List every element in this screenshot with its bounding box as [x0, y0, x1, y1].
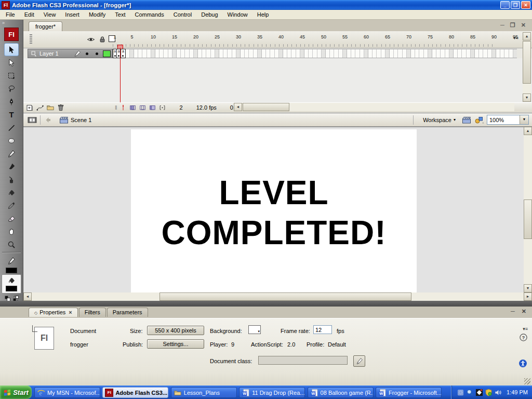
pencil-tool[interactable]: [4, 147, 19, 160]
menu-modify[interactable]: Modify: [84, 10, 110, 19]
stage[interactable]: LEVEL COMPLETED!: [131, 129, 417, 292]
insert-layer-button[interactable]: [25, 103, 34, 112]
layer-outline-color[interactable]: [103, 50, 111, 57]
scroll-right-arrow[interactable]: ►: [524, 292, 532, 301]
accessibility-icon[interactable]: [518, 359, 527, 368]
edit-scene-button[interactable]: [462, 116, 471, 124]
delete-layer-button[interactable]: [57, 103, 65, 112]
fill-color-icon[interactable]: [4, 276, 19, 285]
menu-window[interactable]: Window: [223, 10, 252, 19]
volume-icon[interactable]: [494, 389, 502, 396]
scroll-left-arrow[interactable]: ◄: [234, 103, 242, 111]
menu-insert[interactable]: Insert: [60, 10, 84, 19]
workspace-button[interactable]: Workspace ▾: [420, 116, 459, 124]
layer-visibility-dot[interactable]: [86, 52, 88, 55]
add-motion-guide-button[interactable]: [36, 103, 44, 112]
insert-layer-folder-button[interactable]: [46, 103, 55, 112]
fill-color-swatch[interactable]: ▾: [6, 286, 17, 291]
lasso-tool[interactable]: [4, 82, 19, 95]
taskbar-button[interactable]: W11 Drag Drop (Rea...: [239, 387, 305, 398]
menu-debug[interactable]: Debug: [196, 10, 222, 19]
document-tab[interactable]: frogger*: [29, 21, 62, 32]
back-arrow-icon[interactable]: [44, 116, 52, 124]
oval-tool[interactable]: [4, 134, 19, 147]
timeline-vscrollbar[interactable]: ▲ ▼: [523, 32, 531, 102]
scroll-down-arrow[interactable]: ▼: [524, 284, 532, 292]
close-tab-icon[interactable]: ×: [69, 309, 72, 315]
size-button[interactable]: 550 x 400 pixels: [147, 326, 204, 335]
scroll-up-arrow[interactable]: ▲: [524, 127, 532, 135]
properties-menu-icon[interactable]: ▾≡: [523, 326, 528, 331]
timeline-toggle-icon[interactable]: [28, 116, 37, 124]
scroll-down-arrow[interactable]: ▼: [523, 94, 531, 102]
zoom-combo[interactable]: 100% ▼: [487, 115, 529, 125]
stage-vscrollbar[interactable]: ▲ ▼: [524, 127, 532, 292]
eyedropper-tool[interactable]: [4, 199, 19, 212]
selection-tool[interactable]: [4, 43, 19, 56]
frame-grid[interactable]: [113, 49, 517, 58]
menu-help[interactable]: Help: [252, 10, 274, 19]
subselection-tool[interactable]: [4, 56, 19, 69]
free-transform-tool[interactable]: [4, 69, 19, 82]
zoom-value[interactable]: 100%: [487, 117, 520, 123]
start-button[interactable]: Start: [0, 385, 32, 399]
taskbar-button[interactable]: FlAdobe Flash CS3...: [102, 387, 168, 398]
layer-lock-dot[interactable]: [96, 52, 98, 55]
edit-class-button[interactable]: [353, 355, 365, 367]
onion-skin-outlines-button[interactable]: [139, 104, 147, 111]
panel-collapse-icon[interactable]: ◇: [34, 311, 37, 315]
stroke-color-icon[interactable]: [4, 254, 19, 267]
background-color-swatch[interactable]: ▾: [248, 325, 261, 334]
scene-name[interactable]: Scene 1: [71, 117, 91, 123]
framerate-input[interactable]: 12: [313, 325, 332, 334]
menu-edit[interactable]: Edit: [20, 10, 39, 19]
taskbar-button[interactable]: W08 Balloon game (R...: [308, 387, 374, 398]
text-tool[interactable]: T: [4, 108, 19, 121]
tray-app-icon[interactable]: [457, 389, 464, 396]
edit-multiple-frames-button[interactable]: [149, 104, 156, 111]
hand-tool[interactable]: [4, 225, 19, 238]
minimize-button[interactable]: _: [500, 1, 510, 9]
restore-button[interactable]: ❐: [511, 1, 520, 9]
scroll-left-arrow[interactable]: ◄: [23, 292, 32, 301]
resize-grip[interactable]: [524, 378, 530, 384]
panel-splitter[interactable]: [0, 301, 532, 307]
paint-bucket-tool[interactable]: [4, 186, 19, 199]
layer-name[interactable]: Layer 1: [39, 50, 72, 57]
document-window-controls[interactable]: ─ ❐ ✕: [500, 22, 528, 29]
edit-symbols-button[interactable]: [474, 116, 484, 124]
taskbar-button[interactable]: WFrogger - Microsoft...: [376, 387, 442, 398]
menu-text[interactable]: Text: [110, 10, 130, 19]
tray-magnifier-icon[interactable]: [466, 389, 474, 396]
stroke-color-swatch[interactable]: ▾: [6, 268, 17, 273]
action-keyframe[interactable]: a: [121, 49, 125, 58]
timeline-hscrollbar[interactable]: ◄: [234, 103, 514, 111]
ink-bottle-tool[interactable]: [4, 173, 19, 186]
menu-control[interactable]: Control: [169, 10, 196, 19]
pen-tool[interactable]: [4, 95, 19, 108]
stage-text[interactable]: LEVEL COMPLETED!: [131, 173, 417, 253]
tab-filters[interactable]: Filters: [79, 308, 106, 317]
menu-view[interactable]: View: [39, 10, 61, 19]
stage-hscrollbar[interactable]: ◄: [23, 292, 524, 301]
center-frame-button[interactable]: [119, 104, 127, 111]
tab-parameters[interactable]: Parameters: [107, 308, 148, 317]
brush-tool[interactable]: [4, 160, 19, 173]
line-tool[interactable]: [4, 121, 19, 134]
eraser-tool[interactable]: [4, 212, 19, 225]
help-icon[interactable]: ?: [519, 333, 528, 342]
document-class-input[interactable]: [258, 356, 348, 365]
action-keyframe[interactable]: a: [117, 49, 121, 58]
security-shield-icon[interactable]: [485, 389, 493, 396]
modify-onion-markers-button[interactable]: [158, 104, 166, 111]
pasteboard[interactable]: LEVEL COMPLETED!: [23, 127, 524, 292]
menu-file[interactable]: File: [1, 10, 20, 19]
close-button[interactable]: ✕: [521, 1, 530, 9]
tab-properties[interactable]: ◇Properties×: [29, 308, 78, 317]
tray-diamond-icon[interactable]: [475, 389, 483, 396]
menu-commands[interactable]: Commands: [130, 10, 168, 19]
publish-settings-button[interactable]: Settings...: [147, 339, 204, 349]
taskbar-button[interactable]: eMy MSN - Microsof...: [34, 387, 100, 398]
layer-row[interactable]: Layer 1: [28, 49, 113, 58]
scroll-up-arrow[interactable]: ▲: [523, 32, 531, 41]
